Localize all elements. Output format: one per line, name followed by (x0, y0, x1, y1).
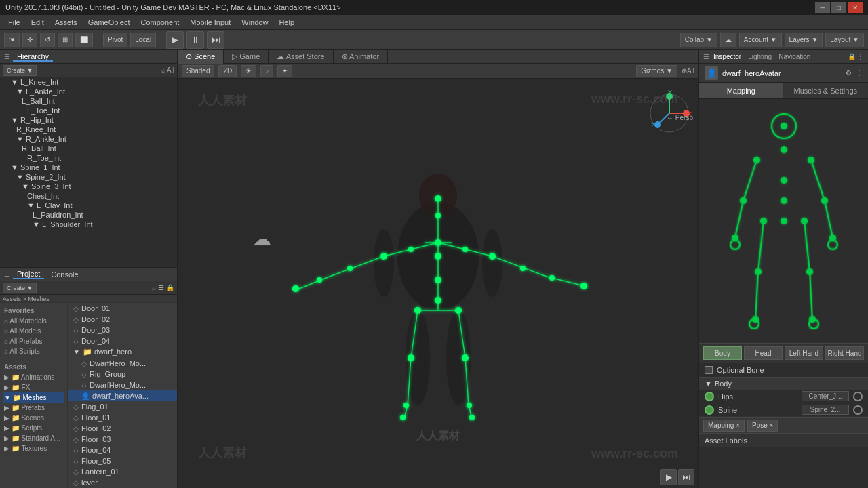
pivot-button[interactable]: Pivot (103, 33, 127, 47)
file-flag01[interactable]: ◇ Flag_01 (68, 401, 177, 412)
tree-item[interactable]: ▼ L_Shoulder_Int (0, 220, 177, 229)
tree-item[interactable]: L_Toe_Int (0, 106, 177, 115)
file-door02[interactable]: ◇ Door_02 (68, 314, 177, 325)
tree-item[interactable]: ▼ Spine_1_Int (0, 163, 177, 172)
tree-item[interactable]: R_Ball_Int (0, 144, 177, 153)
console-tab[interactable]: Console (47, 270, 82, 279)
project-view-icon[interactable]: ☰ (158, 284, 164, 291)
project-tab[interactable]: Project (13, 270, 44, 279)
scene-viewport[interactable]: 人人素材 www.rr-sc.com 人人素材 www.rr-sc.com ☁ … (178, 79, 698, 488)
file-door01[interactable]: ◇ Door_01 (68, 303, 177, 314)
animator-tab[interactable]: ⊛ Animator (334, 50, 388, 64)
mapping-tab[interactable]: Mapping (699, 83, 784, 98)
folder-fx[interactable]: ▶ 📁 FX (3, 382, 64, 392)
toolbar-rect-tool[interactable]: ⬜ (75, 33, 93, 47)
tree-item[interactable]: R_Knee_Int (0, 125, 177, 134)
minimize-button[interactable]: ─ (815, 2, 830, 13)
spine-circle[interactable] (853, 405, 863, 415)
tree-item[interactable]: ▼ Spine_2_Int (0, 172, 177, 182)
maximize-button[interactable]: □ (831, 2, 846, 13)
file-dwarf-hero-avatar[interactable]: 👤 dwarf_heroAva... (68, 390, 177, 401)
close-button[interactable]: ✕ (848, 2, 863, 13)
inspector-tab[interactable]: Inspector (711, 53, 744, 60)
collab-button[interactable]: Collab ▼ (680, 33, 717, 47)
toolbar-rotate-tool[interactable]: ↺ (40, 33, 55, 47)
step-button[interactable]: ⏭ (207, 31, 224, 49)
optional-bone-checkbox[interactable] (705, 366, 713, 374)
menu-window[interactable]: Window (236, 17, 273, 28)
project-lock-icon[interactable]: 🔒 (166, 284, 174, 291)
toolbar-move-tool[interactable]: ✛ (22, 33, 37, 47)
layout-button[interactable]: Layout ▼ (825, 33, 864, 47)
file-dwarf-hero-folder[interactable]: ▼ 📁 dwarf_hero (68, 346, 177, 358)
fav-all-materials[interactable]: ⌕ All Materials (3, 316, 64, 326)
tree-item[interactable]: ▼ Spine_3_Int (0, 182, 177, 191)
menu-assets[interactable]: Assets (50, 17, 83, 28)
menu-help[interactable]: Help (273, 17, 300, 28)
spine-value[interactable] (802, 405, 849, 415)
folder-standard[interactable]: ▶ 📁 Standard A... (3, 433, 64, 443)
gizmos-button[interactable]: Gizmos ▼ (636, 65, 677, 77)
mapping-bottom-tab[interactable]: Mapping × (703, 420, 745, 432)
file-lever[interactable]: ◇ lever... (68, 477, 177, 488)
folder-animations[interactable]: ▶ 📁 Animations (3, 372, 64, 382)
tree-item[interactable]: Chest_Int (0, 191, 177, 201)
local-button[interactable]: Local (130, 33, 156, 47)
folder-meshes[interactable]: ▼ 📁 Meshes (3, 392, 64, 403)
pause-button[interactable]: ⏸ (186, 31, 204, 49)
scene-tab[interactable]: ⊙ Scene (178, 50, 224, 64)
file-dwarfhero-mo1[interactable]: ◇ DwarfHero_Mo... (68, 358, 177, 369)
project-search-icon[interactable]: ⌕ (152, 284, 156, 291)
tree-item[interactable]: L_Pauldron_Int (0, 210, 177, 220)
file-floor04[interactable]: ◇ Floor_04 (68, 445, 177, 455)
bottom-play-button[interactable]: ▶ (660, 469, 677, 485)
toolbar-hand-tool[interactable]: ☚ (4, 33, 20, 47)
left-hand-button[interactable]: Left Hand (785, 346, 823, 360)
tree-item[interactable]: L_Ball_Int (0, 96, 177, 106)
menu-edit[interactable]: Edit (26, 17, 50, 28)
folder-scenes[interactable]: ▶ 📁 Scenes (3, 413, 64, 423)
inspector-menu-icon[interactable]: ⋮ (857, 53, 864, 60)
fav-all-prefabs[interactable]: ⌕ All Prefabs (3, 336, 64, 346)
file-floor02[interactable]: ◇ Floor_02 (68, 423, 177, 434)
play-button[interactable]: ▶ (166, 31, 184, 49)
fx-button[interactable]: ✦ (277, 65, 292, 77)
audio-button[interactable]: ♪ (260, 65, 273, 77)
2d-button[interactable]: 2D (218, 65, 237, 77)
file-door04[interactable]: ◇ Door_04 (68, 336, 177, 346)
menu-file[interactable]: File (3, 17, 26, 28)
lights-button[interactable]: ☀ (241, 65, 256, 77)
pose-bottom-tab[interactable]: Pose × (747, 420, 778, 432)
fav-all-scripts[interactable]: ⌕ All Scripts (3, 346, 64, 357)
bottom-step-button[interactable]: ⏭ (678, 469, 694, 485)
folder-prefabs[interactable]: ▶ 📁 Prefabs (3, 403, 64, 413)
menu-mobile-input[interactable]: Mobile Input (184, 17, 236, 28)
lighting-tab[interactable]: Lighting (745, 53, 774, 60)
toolbar-scale-tool[interactable]: ⊞ (58, 33, 73, 47)
inspector-settings-icon[interactable]: ⚙ (846, 69, 852, 77)
file-lantern01[interactable]: ◇ Lantern_01 (68, 466, 177, 477)
shaded-button[interactable]: Shaded (182, 65, 214, 77)
inspector-lock-icon[interactable]: 🔒 (848, 53, 856, 60)
tree-item[interactable]: ▼ L_Knee_Int (0, 77, 177, 87)
menu-component[interactable]: Component (135, 17, 184, 28)
hips-value[interactable] (802, 391, 849, 401)
inspector-more-icon[interactable]: ⋮ (856, 69, 863, 77)
asset-store-tab[interactable]: ☁ Asset Store (269, 50, 333, 64)
muscles-settings-tab[interactable]: Muscles & Settings (784, 83, 869, 98)
menu-gameobject[interactable]: GameObject (83, 17, 136, 28)
navigation-tab[interactable]: Navigation (776, 53, 813, 60)
layers-button[interactable]: Layers ▼ (785, 33, 823, 47)
hierarchy-create-button[interactable]: Create ▼ (3, 65, 37, 76)
folder-scripts[interactable]: ▶ 📁 Scripts (3, 423, 64, 433)
body-section-header[interactable]: ▼ Body (699, 377, 868, 390)
hips-circle[interactable] (853, 392, 863, 401)
body-button[interactable]: Body (703, 346, 742, 360)
tree-item[interactable]: ▼ R_Ankle_Int (0, 134, 177, 144)
folder-textures[interactable]: ▶ 📁 Textures (3, 443, 64, 453)
tree-item[interactable]: R_Toe_Int (0, 153, 177, 163)
head-button[interactable]: Head (744, 346, 783, 360)
file-dwarfhero-mo2[interactable]: ◇ DwarfHero_Mo... (68, 380, 177, 390)
file-door03[interactable]: ◇ Door_03 (68, 325, 177, 336)
right-hand-button[interactable]: Right Hand (825, 346, 864, 360)
